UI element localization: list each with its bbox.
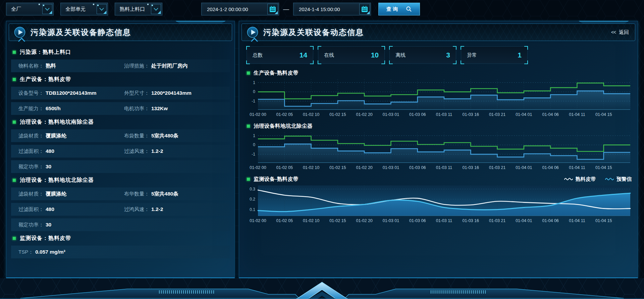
info-value: 480 [46,148,54,154]
info-label: 电机功率： [124,105,149,112]
info-value: 处于封闭厂房内 [151,62,188,70]
svg-text:01-03 21: 01-03 21 [489,112,505,117]
static-info-panel: 污染源及关联设备静态信息 污染源：熟料上料口物料名称：熟料治理措施：处于封闭厂房… [6,21,235,278]
query-button-label: 查询 [386,6,399,12]
chart-block-0: 生产设备-熟料皮带10-101-02 0001-02 0501-02 1001-… [247,69,634,118]
svg-text:0.1: 0.1 [250,207,255,212]
chart-title: 监测设备-熟料皮带 [254,176,299,183]
section-title: 治理设备：熟料地坑北除尘器 [12,176,230,184]
svg-text:01-02 15: 01-02 15 [329,112,346,117]
section-title-label: 治理设备：熟料地坑北除尘器 [20,177,94,184]
svg-text:01-04 01: 01-04 01 [516,112,532,117]
corner-bracket-decoration [310,60,314,64]
stat-card-3: 异常1 [461,46,528,64]
info-value: 0.057 mg/m³ [35,249,65,255]
legend-item[interactable]: 熟料皮带 [564,176,596,182]
svg-text:01-04 15: 01-04 15 [595,165,612,170]
info-value: 132Kw [151,105,168,112]
corner-bracket-decoration [453,46,457,50]
svg-text:01-02 00: 01-02 00 [250,165,266,170]
svg-text:01-02 20: 01-02 20 [356,112,372,117]
svg-text:01-02 00: 01-02 00 [250,112,266,117]
corner-bracket-decoration [389,60,393,64]
plant-select[interactable]: 全厂 [6,3,54,15]
info-cell: 生产能力：650t/h [18,105,124,112]
info-cell: 治理措施：处于封闭厂房内 [124,62,230,70]
info-cell: 布华数量：5室共480条 [124,190,230,198]
svg-text:01-02 05: 01-02 05 [276,218,293,223]
info-label: 布袋数量： [124,133,149,139]
chart-legend: 熟料皮带预警信 [564,176,634,182]
svg-text:01-03 01: 01-03 01 [383,218,399,223]
svg-text:01-04 11: 01-04 11 [569,165,585,170]
info-cell: 额定功率：30 [18,164,124,170]
info-label: 额定功率： [18,222,44,228]
svg-text:01-02 00: 01-02 00 [250,218,266,223]
green-square-bullet-icon [247,177,250,181]
unit-select[interactable]: 全部单元 [60,3,108,15]
legend-item[interactable]: 预警信 [605,176,632,182]
green-square-bullet-icon [12,120,16,124]
info-value: 5室共480条 [151,132,178,139]
green-square-bullet-icon [247,124,250,128]
filter-toolbar: 全厂 全部单元 熟料上料口 2024-1-2 00:00:00 [6,3,420,15]
start-datetime-input[interactable]: 2024-1-2 00:00:00 [201,3,279,15]
step-chart-svg: 10-101-02 0001-02 0501-02 1001-02 1501-0… [247,130,632,171]
dynamic-info-title: 污染源及关联设备动态信息 [263,27,364,38]
play-icon [247,26,259,38]
info-value: 1200*204143mm [151,90,192,96]
pollution-source-select[interactable]: 熟料上料口 [115,3,162,15]
green-square-bullet-icon [12,50,16,54]
svg-text:01-02 15: 01-02 15 [329,165,346,170]
section-title-label: 治理设备：熟料地坑南除尘器 [20,119,94,126]
line-chart-svg: 0.30.20.101-02 0001-02 0501-02 1001-02 1… [247,183,632,224]
svg-text:01-03 16: 01-03 16 [463,218,479,223]
stat-value: 1 [518,51,522,59]
device-stats-row: 总数14在线10离线3异常1 [239,41,638,65]
info-cell: 过鸿风速：1.2-2 [124,206,230,213]
chevron-down-glyph [99,8,104,11]
stat-card-0: 总数14 [247,46,313,64]
info-cell: 滤袋材质：覆膜涤纶 [18,132,124,139]
svg-text:01-03 06: 01-03 06 [409,112,426,117]
corner-bracket-decoration [318,46,321,50]
green-square-bullet-icon [247,71,250,75]
chevron-down-glyph [154,8,158,11]
static-info-body: 污染源：熟料上料口物料名称：熟料治理措施：处于封闭厂房内生产设备：熟料皮带设备型… [6,41,234,258]
info-cell: 物料名称：熟料 [18,62,124,70]
svg-text:0.3: 0.3 [250,187,255,191]
info-label: 设备型号： [18,90,44,96]
stat-value: 10 [371,51,379,59]
svg-text:01-04 11: 01-04 11 [569,218,585,223]
chart-block-1: 治理设备料地坑北除尘器10-101-02 0001-02 0501-02 100… [247,122,634,171]
chevron-down-icon[interactable] [97,4,107,14]
end-datetime-input[interactable]: 2024-1-4 15:00:00 [293,3,371,15]
stat-card-1: 在线10 [318,46,385,64]
unit-select-value: 全部单元 [65,6,86,12]
info-value: 480 [46,206,54,212]
chevron-down-icon[interactable] [151,4,161,14]
svg-text:-1: -1 [252,152,255,157]
dashboard-root: 全厂 全部单元 熟料上料口 2024-1-2 00:00:00 [0,0,644,299]
chevron-down-icon[interactable] [42,4,52,14]
corner-bracket-decoration [461,46,464,50]
svg-text:01-04 06: 01-04 06 [542,165,558,170]
info-label: 过滤面积： [18,206,44,213]
search-icon [406,6,412,12]
stat-value: 3 [446,51,450,59]
calendar-icon[interactable] [267,4,278,14]
section-title: 监测设备：熟料皮带 [12,234,230,243]
info-cell: 电机功率：132Kw [124,105,230,112]
date-range-separator: — [283,6,289,13]
calendar-icon[interactable] [359,4,370,14]
back-button[interactable]: << 返回 [611,29,629,36]
query-button[interactable]: 查询 [378,3,420,15]
info-label: TSP： [18,249,33,255]
svg-text:01-03 11: 01-03 11 [436,112,452,117]
stat-label: 离线 [395,52,406,58]
svg-text:01-02 10: 01-02 10 [303,218,319,223]
footer-decoration [0,278,644,299]
stat-card-2: 离线3 [389,46,456,64]
svg-text:01-03 16: 01-03 16 [463,112,479,117]
corner-bracket-decoration [381,46,385,50]
